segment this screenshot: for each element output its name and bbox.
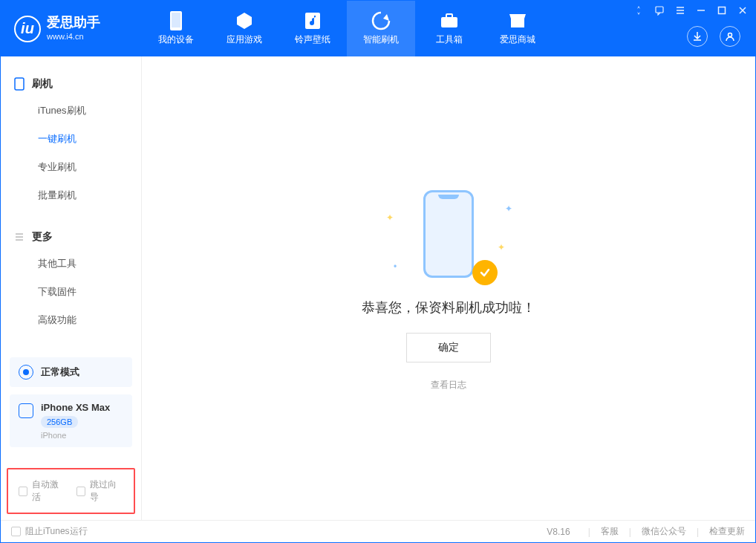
footer-link-support[interactable]: 客服: [601, 525, 619, 538]
sidebar-item-download-firmware[interactable]: 下载固件: [1, 278, 141, 306]
download-button[interactable]: [687, 26, 708, 47]
view-log-link[interactable]: 查看日志: [431, 379, 466, 391]
svg-point-6: [729, 33, 732, 36]
sparkle-icon: ✦: [505, 204, 512, 214]
sidebar-item-advanced[interactable]: 高级功能: [1, 306, 141, 334]
store-icon: [508, 11, 527, 30]
theme-icon[interactable]: [633, 5, 644, 16]
footer: 阻止iTunes运行 V8.16 | 客服 | 微信公众号 | 检查更新: [1, 520, 755, 542]
checkbox-label: 阻止iTunes运行: [25, 525, 88, 538]
separator: |: [697, 527, 699, 537]
success-illustration: ✦ ✦ • ✦: [404, 186, 493, 282]
minimize-button[interactable]: [696, 5, 706, 16]
app-header: iu 爱思助手 www.i4.cn 我的设备 应用游戏 铃声壁纸 智能刷机 工具…: [1, 1, 755, 56]
nav-tab-apps-games[interactable]: 应用游戏: [210, 1, 278, 56]
phone-illustration-icon: [423, 190, 474, 278]
nav-tabs: 我的设备 应用游戏 铃声壁纸 智能刷机 工具箱 爱思商城: [142, 1, 687, 56]
sparkle-icon: ✦: [386, 212, 394, 223]
checkbox-label: 跳过向导: [90, 478, 123, 504]
sidebar-item-other-tools[interactable]: 其他工具: [1, 250, 141, 278]
svg-rect-7: [656, 7, 663, 13]
device-name: iPhone XS Max: [41, 402, 110, 413]
sidebar-device-area: 正常模式 iPhone XS Max 256GB iPhone: [1, 350, 141, 462]
list-icon: [14, 232, 25, 242]
svg-rect-8: [719, 7, 726, 14]
sparkle-icon: ✦: [498, 242, 505, 253]
logo-text: 爱思助手 www.i4.cn: [47, 16, 100, 42]
checkbox-icon: [19, 487, 27, 496]
toolbox-icon: [440, 11, 459, 30]
success-check-icon: [472, 260, 498, 285]
device-icon: [166, 11, 186, 30]
device-storage-badge: 256GB: [41, 416, 78, 428]
footer-link-update[interactable]: 检查更新: [709, 525, 745, 538]
checkbox-icon: [11, 527, 21, 536]
sidebar-item-batch-flash[interactable]: 批量刷机: [1, 181, 141, 209]
sidebar-group-more: 更多 其他工具 下载固件 高级功能: [1, 224, 141, 334]
sidebar-item-oneclick-flash[interactable]: 一键刷机: [1, 125, 141, 153]
device-status-card[interactable]: 正常模式: [10, 357, 132, 387]
app-name: 爱思助手: [47, 16, 100, 29]
sidebar-item-pro-flash[interactable]: 专业刷机: [1, 153, 141, 181]
nav-tab-my-device[interactable]: 我的设备: [142, 1, 210, 56]
menu-icon[interactable]: [675, 5, 685, 16]
main-content: ✦ ✦ • ✦ 恭喜您，保资料刷机成功啦！ 确定 查看日志: [142, 56, 755, 520]
checkbox-auto-activate[interactable]: 自动激活: [19, 478, 66, 504]
window-controls: [633, 5, 748, 16]
device-status-label: 正常模式: [41, 365, 79, 379]
sidebar-group-header: 更多: [1, 224, 141, 250]
body: 刷机 iTunes刷机 一键刷机 专业刷机 批量刷机 更多 其他工具 下载固件 …: [1, 56, 755, 520]
refresh-shield-icon: [371, 11, 391, 30]
svg-rect-9: [15, 78, 24, 90]
logo-area: iu 爱思助手 www.i4.cn: [1, 1, 142, 56]
footer-link-wechat[interactable]: 微信公众号: [642, 525, 686, 538]
nav-tab-smart-flash[interactable]: 智能刷机: [347, 1, 415, 56]
nav-tab-label: 应用游戏: [227, 33, 262, 46]
nav-tab-label: 爱思商城: [500, 33, 535, 46]
device-card[interactable]: iPhone XS Max 256GB iPhone: [10, 394, 132, 447]
close-button[interactable]: [737, 5, 748, 16]
sidebar-group-title: 刷机: [32, 77, 53, 91]
nav-tab-ringtone-wallpaper[interactable]: 铃声壁纸: [278, 1, 347, 56]
separator: |: [629, 527, 631, 537]
success-message: 恭喜您，保资料刷机成功啦！: [362, 299, 535, 316]
version-label: V8.16: [547, 527, 570, 537]
sparkle-icon: •: [394, 261, 397, 272]
nav-tab-label: 工具箱: [436, 33, 463, 46]
checkbox-icon: [76, 487, 85, 496]
status-indicator-icon: [19, 365, 33, 380]
checkbox-skip-guide[interactable]: 跳过向导: [76, 478, 124, 504]
cube-icon: [235, 11, 254, 30]
svg-rect-3: [441, 17, 457, 27]
sidebar-group-title: 更多: [32, 230, 53, 244]
sidebar-group-header: 刷机: [1, 71, 141, 97]
svg-rect-1: [172, 13, 180, 27]
maximize-button[interactable]: [717, 5, 727, 16]
phone-outline-icon: [14, 77, 25, 91]
device-phone-icon: [19, 403, 33, 418]
nav-tab-store[interactable]: 爱思商城: [483, 1, 552, 56]
sidebar-item-itunes-flash[interactable]: iTunes刷机: [1, 97, 141, 125]
nav-tab-label: 我的设备: [158, 33, 194, 46]
nav-tab-toolbox[interactable]: 工具箱: [415, 1, 483, 56]
device-info: iPhone XS Max 256GB iPhone: [41, 402, 110, 440]
sidebar: 刷机 iTunes刷机 一键刷机 专业刷机 批量刷机 更多 其他工具 下载固件 …: [1, 56, 142, 520]
sidebar-options-highlighted: 自动激活 跳过向导: [7, 468, 135, 514]
music-note-icon: [303, 11, 322, 30]
footer-right: V8.16 | 客服 | 微信公众号 | 检查更新: [547, 525, 745, 538]
svg-rect-5: [511, 19, 524, 27]
checkbox-block-itunes[interactable]: 阻止iTunes运行: [11, 525, 88, 538]
checkbox-label: 自动激活: [32, 478, 65, 504]
svg-rect-4: [446, 14, 452, 18]
app-logo-icon: iu: [14, 16, 41, 42]
nav-tab-label: 智能刷机: [363, 33, 399, 46]
user-profile-button[interactable]: [720, 26, 740, 47]
device-type: iPhone: [41, 431, 110, 440]
sidebar-scroll: 刷机 iTunes刷机 一键刷机 专业刷机 批量刷机 更多 其他工具 下载固件 …: [1, 56, 141, 350]
nav-tab-label: 铃声壁纸: [295, 33, 330, 46]
feedback-icon[interactable]: [654, 5, 665, 16]
phone-notch: [438, 195, 459, 199]
ok-button[interactable]: 确定: [406, 333, 491, 362]
app-domain: www.i4.cn: [47, 32, 84, 41]
sidebar-group-flash: 刷机 iTunes刷机 一键刷机 专业刷机 批量刷机: [1, 71, 141, 209]
